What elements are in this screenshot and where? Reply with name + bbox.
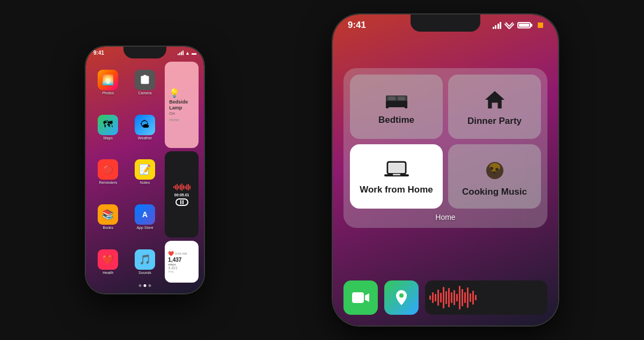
phone-small: 9:41 ▲ ▬ 🌅 Photos bbox=[86, 47, 204, 293]
app-facetime[interactable] bbox=[343, 280, 378, 315]
photos-icon: 🌅 bbox=[98, 70, 118, 90]
page-dots bbox=[139, 284, 151, 287]
dot-1 bbox=[139, 284, 142, 287]
maps-icon: 🗺 bbox=[98, 115, 118, 135]
status-icons-large bbox=[493, 21, 544, 29]
app-notes[interactable]: 📝 Notes bbox=[128, 151, 162, 193]
app-camera[interactable]: Camera bbox=[128, 62, 162, 104]
steps-count: 1,437 bbox=[168, 257, 181, 263]
voice-pause-button[interactable] bbox=[175, 198, 188, 206]
app-sounds[interactable]: 🎵 Sounds bbox=[128, 241, 162, 283]
svg-rect-16 bbox=[352, 292, 364, 303]
voice-time: 00:05.01 bbox=[174, 193, 189, 197]
sounds-icon: 🎵 bbox=[135, 249, 155, 270]
svg-point-14 bbox=[495, 168, 499, 171]
notch-large bbox=[411, 14, 480, 32]
widget-voice-small[interactable]: 00:05.01 bbox=[165, 151, 199, 238]
app-weather[interactable]: 🌤 Weather bbox=[128, 107, 162, 149]
signal-icon-large bbox=[493, 22, 502, 29]
wifi-icon-large bbox=[504, 21, 514, 29]
weather-icon: 🌤 bbox=[135, 115, 155, 135]
battery-icon-large bbox=[517, 22, 532, 28]
orange-indicator bbox=[538, 23, 543, 28]
app-photos[interactable]: 🌅 Photos bbox=[91, 62, 125, 104]
cooking-music-label: Cooking Music bbox=[462, 187, 527, 197]
photos-label: Photos bbox=[102, 91, 114, 95]
shortcuts-grid: Bedtime Dinner Party bbox=[350, 75, 541, 209]
svg-rect-5 bbox=[405, 105, 407, 108]
books-label: Books bbox=[103, 226, 113, 230]
home-category: Home bbox=[169, 118, 179, 122]
shortcut-bedtime[interactable]: Bedtime bbox=[350, 75, 443, 139]
house-icon bbox=[483, 89, 507, 110]
bedtime-label: Bedtime bbox=[378, 115, 414, 125]
svg-rect-10 bbox=[393, 174, 400, 175]
weather-label: Weather bbox=[138, 136, 152, 140]
svg-marker-17 bbox=[365, 293, 369, 302]
avg-label: avg bbox=[168, 270, 173, 273]
home-panel-label: Home bbox=[350, 213, 541, 221]
signal-icon bbox=[178, 50, 184, 55]
health-icon: ❤️ bbox=[98, 249, 118, 270]
coconut-icon bbox=[483, 158, 507, 181]
app-reminders[interactable]: 🔴 Reminders bbox=[91, 151, 125, 193]
dinner-party-label: Dinner Party bbox=[467, 116, 522, 127]
reminders-label: Reminders bbox=[99, 181, 117, 184]
waveform-widget-large bbox=[425, 280, 547, 315]
shortcut-dinner-party[interactable]: Dinner Party bbox=[448, 75, 541, 139]
notes-label: Notes bbox=[140, 181, 150, 184]
camera-icon bbox=[135, 70, 155, 90]
books-icon: 📚 bbox=[98, 204, 118, 225]
app-maps-large[interactable] bbox=[384, 280, 419, 315]
app-store[interactable]: A App Store bbox=[128, 196, 162, 238]
notes-icon: 📝 bbox=[135, 159, 155, 180]
dot-3 bbox=[149, 284, 151, 287]
appstore-icon: A bbox=[135, 204, 155, 225]
laptop-icon bbox=[384, 160, 409, 179]
app-books[interactable]: 📚 Books bbox=[91, 196, 125, 238]
bed-icon bbox=[385, 90, 408, 109]
reminders-icon: 🔴 bbox=[98, 159, 118, 180]
shortcut-cooking-music[interactable]: Cooking Music bbox=[448, 144, 541, 209]
maps-label: Maps bbox=[104, 136, 113, 140]
svg-point-13 bbox=[490, 167, 493, 170]
app-grid-small: 🌅 Photos Camera 💡 Bedside Lamp bbox=[91, 62, 199, 283]
waveform-large bbox=[429, 286, 543, 309]
widget-home-small[interactable]: 💡 Bedside Lamp On Home bbox=[165, 62, 199, 148]
bottom-apps-large bbox=[343, 280, 547, 315]
svg-rect-8 bbox=[389, 164, 404, 172]
svg-rect-4 bbox=[386, 105, 389, 108]
work-from-home-label: Work from Home bbox=[360, 184, 433, 195]
svg-rect-0 bbox=[386, 100, 407, 107]
svg-rect-2 bbox=[388, 97, 396, 100]
shortcut-work-from-home[interactable]: Work from Home bbox=[350, 144, 443, 209]
bedside-lamp-title: Bedside Lamp bbox=[169, 99, 194, 111]
battery-icon: ▬ bbox=[192, 50, 196, 56]
home-panel: Bedtime Dinner Party bbox=[343, 68, 547, 228]
waveform-small bbox=[173, 183, 191, 191]
status-icons-small: ▲ ▬ bbox=[178, 50, 196, 56]
dot-2 bbox=[144, 284, 147, 287]
appstore-label: App Store bbox=[136, 226, 153, 230]
svg-rect-3 bbox=[398, 97, 405, 100]
sounds-label: Sounds bbox=[138, 271, 151, 275]
health-time: 9:40 AM bbox=[175, 252, 187, 255]
widget-health-small[interactable]: ❤️ 9:40 AM 1,437 steps 3,421 avg bbox=[165, 241, 199, 283]
bedside-lamp-status: On bbox=[169, 111, 175, 116]
notch-small bbox=[123, 47, 166, 58]
camera-label: Camera bbox=[138, 91, 152, 95]
svg-point-18 bbox=[399, 293, 404, 298]
svg-point-15 bbox=[493, 171, 495, 174]
app-maps[interactable]: 🗺 Maps bbox=[91, 107, 125, 149]
svg-marker-6 bbox=[485, 91, 504, 108]
scene: 9:41 ▲ ▬ 🌅 Photos bbox=[0, 0, 644, 340]
wifi-icon: ▲ bbox=[185, 50, 190, 56]
time-small: 9:41 bbox=[93, 50, 104, 56]
time-large: 9:41 bbox=[348, 20, 366, 31]
phone-large: 9:41 bbox=[333, 14, 558, 326]
health-label: Health bbox=[103, 271, 113, 275]
avg-count: 3,421 bbox=[168, 266, 178, 270]
app-health[interactable]: ❤️ Health bbox=[91, 241, 125, 283]
